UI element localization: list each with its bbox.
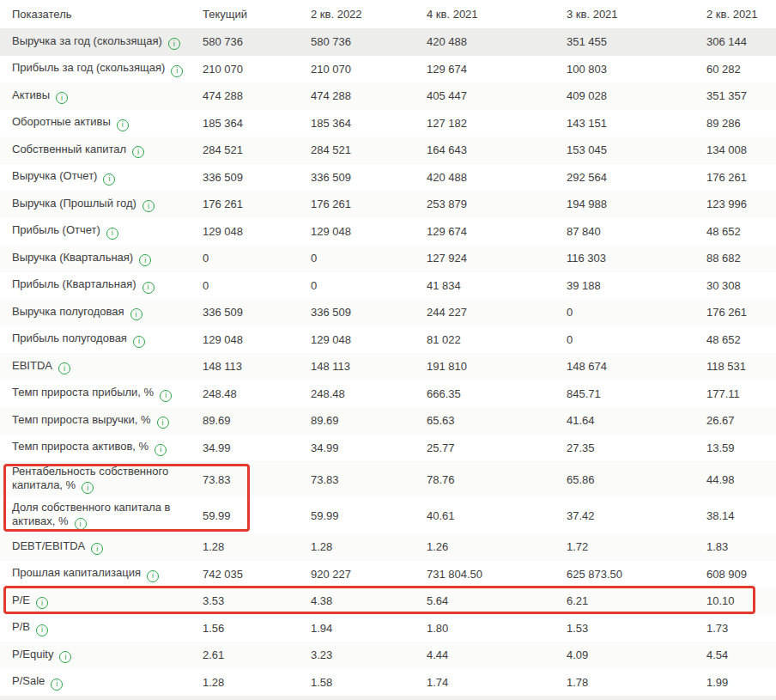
- metric-label-cell: Выручка (Квартальная)i: [0, 251, 203, 267]
- metric-value-q3-2021: 625 873.50: [567, 568, 706, 581]
- info-icon[interactable]: i: [51, 679, 63, 691]
- info-icon[interactable]: i: [82, 482, 94, 494]
- metric-value-current: 129 048: [203, 333, 311, 346]
- metric-value-current: 742 035: [203, 568, 311, 581]
- metric-value-q4-2021: 65.63: [427, 414, 567, 427]
- metric-value-q2-2022: 1.58: [311, 676, 427, 689]
- info-icon[interactable]: i: [132, 146, 144, 158]
- metric-label-cell: Прибыль полугодоваяi: [0, 332, 203, 348]
- metric-value-q4-2021: 127 182: [427, 117, 567, 130]
- info-icon[interactable]: i: [147, 570, 159, 582]
- metric-value-q2-2022: 474 288: [311, 89, 427, 102]
- info-icon[interactable]: i: [160, 390, 172, 402]
- table-row: Выручка за год (скользящая)i 580 736 580…: [0, 28, 776, 56]
- info-icon[interactable]: i: [168, 38, 180, 50]
- metric-label: Прибыль (Квартальная): [12, 277, 136, 290]
- info-icon[interactable]: i: [130, 308, 142, 320]
- info-icon[interactable]: i: [106, 228, 118, 240]
- info-icon[interactable]: i: [59, 651, 71, 663]
- metric-value-q2-2022: 129 048: [311, 225, 427, 238]
- metric-label-cell: Темп прироста активов, %i: [0, 440, 203, 456]
- table-row: Выручка (Квартальная)i 0 0 127 924 116 3…: [0, 245, 776, 272]
- info-icon[interactable]: i: [142, 200, 155, 212]
- metric-value-q2-2021: 1.73: [706, 622, 776, 635]
- info-icon[interactable]: i: [142, 282, 155, 294]
- metric-value-q2-2021: 48 652: [706, 333, 776, 346]
- financial-indicators-table: Показатель Текущий 2 кв. 2022 4 кв. 2021…: [0, 0, 776, 700]
- metric-value-q4-2021: 420 488: [427, 171, 567, 184]
- metric-value-q2-2022: 59.99: [311, 509, 427, 522]
- metric-value-q3-2021: 37.42: [567, 509, 706, 522]
- metric-value-current: 0: [203, 252, 311, 265]
- info-icon[interactable]: i: [36, 597, 48, 609]
- table-header-row: Показатель Текущий 2 кв. 2022 4 кв. 2021…: [0, 0, 776, 28]
- info-icon[interactable]: i: [91, 543, 103, 555]
- column-header-indicator: Показатель: [0, 8, 203, 21]
- info-icon[interactable]: i: [133, 336, 145, 348]
- metric-value-q2-2022: 3.23: [311, 648, 427, 661]
- metric-value-q2-2021: 38.14: [706, 509, 776, 522]
- metric-value-q4-2021: 129 674: [427, 63, 567, 76]
- metric-label-cell: Доля собственного капитала в активах, %i: [0, 501, 203, 531]
- metric-value-q4-2021: 78.76: [427, 473, 567, 486]
- metric-value-q2-2022: 185 364: [311, 117, 427, 130]
- metric-label-cell: DEBT/EBITDAi: [0, 539, 203, 556]
- column-header-q2-2022: 2 кв. 2022: [311, 8, 427, 21]
- metric-value-q2-2021: 177.11: [706, 387, 776, 400]
- next-row-edge: [0, 696, 776, 700]
- info-icon[interactable]: i: [75, 518, 87, 530]
- metric-label: Темп прироста прибыли, %: [12, 386, 154, 399]
- metric-value-q4-2021: 253 879: [427, 198, 567, 210]
- metric-value-q3-2021: 143 151: [567, 117, 706, 130]
- info-icon[interactable]: i: [157, 417, 169, 429]
- metric-value-current: 0: [203, 279, 311, 292]
- metric-value-q4-2021: 127 924: [427, 252, 567, 265]
- metric-value-q4-2021: 164 643: [427, 143, 567, 156]
- metric-value-q2-2021: 176 261: [706, 171, 776, 184]
- table-row: Прибыль за год (скользящая)i 210 070 210…: [0, 56, 776, 83]
- metric-value-q4-2021: 666.35: [427, 387, 567, 400]
- metric-value-q2-2021: 26.67: [706, 414, 776, 427]
- metric-label: Активы: [12, 88, 50, 101]
- metric-label-cell: P/Salei: [0, 674, 203, 691]
- metric-value-q2-2022: 4.38: [311, 594, 427, 607]
- metric-value-current: 176 261: [203, 198, 311, 210]
- info-icon[interactable]: i: [171, 65, 183, 77]
- metric-value-current: 1.28: [203, 540, 311, 553]
- info-icon[interactable]: i: [58, 362, 70, 374]
- metric-label: Выручка (Квартальная): [12, 251, 133, 264]
- metric-value-q3-2021: 1.53: [567, 622, 706, 635]
- metric-label-cell: Активыi: [0, 88, 203, 105]
- metric-value-q2-2021: 608 909: [706, 568, 776, 581]
- table-row: Прошлая капитализацияi 742 035 920 227 7…: [0, 561, 776, 588]
- table-row: Доля собственного капитала в активах, %i…: [0, 497, 776, 533]
- metric-value-current: 284 521: [203, 143, 311, 156]
- table-row: P/Equityi 2.61 3.23 4.44 4.09 4.54: [0, 642, 776, 669]
- info-icon[interactable]: i: [36, 624, 48, 636]
- info-icon[interactable]: i: [139, 254, 151, 266]
- metric-value-q4-2021: 5.64: [427, 594, 567, 607]
- info-icon[interactable]: i: [103, 173, 115, 186]
- metric-value-q2-2022: 34.99: [311, 441, 427, 454]
- metric-value-q4-2021: 191 810: [427, 360, 567, 373]
- metric-value-current: 73.83: [203, 473, 311, 486]
- metric-value-q3-2021: 27.35: [567, 441, 706, 454]
- metric-value-q3-2021: 0: [567, 333, 706, 346]
- metric-value-q2-2022: 210 070: [311, 63, 427, 76]
- info-icon[interactable]: i: [56, 92, 68, 104]
- metric-value-q3-2021: 1.72: [567, 540, 706, 553]
- metric-label-cell: Выручка за год (скользящая)i: [0, 34, 203, 51]
- metric-label-cell: Выручка (Отчет)i: [0, 169, 203, 186]
- metric-value-q3-2021: 39 188: [567, 279, 706, 292]
- metric-value-q4-2021: 1.80: [427, 622, 567, 635]
- metric-label: Собственный капитал: [12, 143, 126, 155]
- info-icon[interactable]: i: [155, 444, 167, 456]
- info-icon[interactable]: i: [117, 119, 129, 131]
- metric-value-current: 2.61: [203, 648, 311, 661]
- metric-value-q2-2022: 0: [311, 252, 427, 265]
- metric-label-cell: Прошлая капитализацияi: [0, 566, 203, 582]
- metric-value-current: 185 364: [203, 117, 311, 130]
- metric-value-q4-2021: 129 674: [427, 225, 567, 238]
- metric-value-q2-2021: 88 682: [706, 252, 776, 265]
- column-header-q2-2021: 2 кв. 2021: [706, 8, 776, 21]
